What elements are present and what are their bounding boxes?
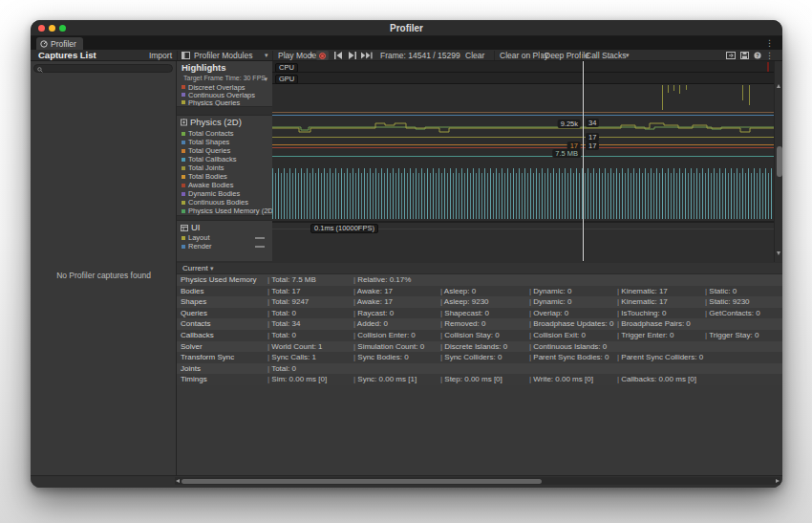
- details-cell: | Collision Enter: 0: [353, 330, 416, 341]
- captures-list-panel: No Profiler captures found: [31, 61, 177, 475]
- details-cell: | Relative: 0.17%: [353, 274, 411, 286]
- current-frame-icon[interactable]: [361, 52, 373, 59]
- legend-item-label: Total Bodies: [188, 172, 227, 181]
- tab-bar: Profiler ⋮: [31, 36, 782, 50]
- tab-label: Profiler: [51, 39, 76, 49]
- tab-profiler[interactable]: Profiler: [36, 37, 83, 50]
- details-cell: | Discrete Islands: 0: [440, 341, 507, 353]
- details-cell: | Overlap: 0: [529, 308, 568, 319]
- module-ui-header[interactable]: UI: [177, 222, 272, 233]
- legend-item[interactable]: Physics Used Memory (2D): [177, 207, 272, 215]
- chevron-down-icon[interactable]: ▾: [210, 265, 214, 272]
- profiler-chart-area[interactable]: CPU GPU 0.1ms (10000FPS): [272, 61, 774, 261]
- chart-value-badge: 9.25k: [558, 120, 581, 128]
- details-cell: | Total: 7.5 MB: [267, 274, 316, 286]
- details-cell: | Kinematic: 17: [617, 296, 668, 308]
- export-window-icon[interactable]: [726, 52, 736, 59]
- horizontal-scroll-thumb[interactable]: [182, 479, 542, 484]
- physics2d-icon: [181, 119, 187, 126]
- search-input[interactable]: [33, 64, 173, 73]
- details-cell: | IsTouching: 0: [617, 308, 666, 319]
- import-button[interactable]: Import: [143, 50, 172, 61]
- cpu-lane-label: CPU: [275, 63, 298, 73]
- help-icon[interactable]: ?: [754, 52, 761, 59]
- chart-value-badge: 17: [586, 133, 599, 142]
- legend-item[interactable]: Total Contacts: [177, 129, 272, 138]
- horizontal-scrollbar[interactable]: [175, 477, 780, 485]
- highlights-legend: Discreet OverlapsContinuous OverlapsPhys…: [177, 83, 272, 106]
- bottom-scrollbar-strip: [31, 475, 782, 488]
- details-cell: | Parent Sync Colliders: 0: [617, 352, 703, 363]
- legend-item[interactable]: Total Shapes: [177, 138, 272, 146]
- details-cell: | Dynamic: 0: [529, 296, 571, 308]
- save-icon[interactable]: [740, 52, 749, 59]
- details-cell: | Sync Bodies: 0: [353, 352, 409, 363]
- details-row-label: Contacts: [181, 318, 211, 330]
- legend-item-label: Layout: [188, 233, 210, 242]
- legend-item[interactable]: Total Bodies: [177, 172, 272, 181]
- details-cell: | Parent Sync Bodies: 0: [529, 352, 609, 363]
- legend-item-label: Total Queries: [188, 146, 230, 155]
- scroll-up-icon[interactable]: [777, 84, 780, 88]
- scroll-right-icon[interactable]: [776, 479, 780, 483]
- details-cell: | Removed: 0: [440, 318, 485, 330]
- legend-item[interactable]: Dynamic Bodies: [177, 189, 272, 198]
- window-kebab-menu-icon[interactable]: ⋮: [765, 38, 774, 48]
- profiler-modules-dropdown[interactable]: Profiler Modules: [194, 50, 252, 61]
- chevron-down-icon[interactable]: ▾: [310, 50, 313, 61]
- series-color-swatch: [182, 85, 185, 89]
- scroll-down-icon[interactable]: [777, 251, 780, 255]
- series-color-swatch: [182, 158, 185, 162]
- deep-profile-toggle[interactable]: Deep Profile: [545, 50, 589, 61]
- legend-item[interactable]: Awake Bodies: [177, 181, 272, 189]
- legend-item[interactable]: Total Callbacks: [177, 155, 272, 163]
- series-color-swatch: [182, 209, 185, 213]
- next-frame-icon[interactable]: [347, 52, 358, 59]
- series-color-swatch: [182, 192, 185, 196]
- physics2d-legend: Total ContactsTotal ShapesTotal QueriesT…: [177, 129, 272, 215]
- details-mode-dropdown[interactable]: Current: [182, 264, 208, 272]
- module-highlights-header[interactable]: Highlights: [177, 61, 272, 74]
- gpu-lane-label: GPU: [275, 75, 298, 84]
- toolbar-kebab-menu-icon[interactable]: ⋮: [765, 50, 774, 61]
- chevron-down-icon[interactable]: ▾: [626, 50, 630, 61]
- series-color-swatch: [182, 93, 185, 97]
- legend-item[interactable]: Physics Queries: [177, 98, 272, 106]
- record-button[interactable]: [316, 51, 329, 60]
- module-physics2d-header[interactable]: Physics (2D): [177, 117, 272, 128]
- series-color-swatch: [182, 184, 185, 187]
- series-color-swatch: [182, 166, 185, 170]
- chart-value-badge: 7.5 MB: [552, 149, 581, 158]
- details-cell: | Total: 0: [267, 363, 296, 375]
- clear-button[interactable]: Clear: [465, 50, 484, 61]
- module-legend-column: Highlights Target Frame Time: 30 FPS▾ Di…: [177, 61, 272, 261]
- legend-item[interactable]: Total Queries: [177, 146, 272, 155]
- chart-value-badge: 17: [586, 142, 599, 150]
- details-cell: | Awake: 17: [353, 296, 393, 308]
- contacts-series-line: [272, 117, 774, 142]
- previous-frame-icon[interactable]: [332, 52, 344, 59]
- details-cell: | Total: 17: [267, 286, 300, 297]
- playhead-line[interactable]: [583, 61, 584, 261]
- details-row-label: Queries: [181, 308, 207, 319]
- call-stacks-dropdown[interactable]: Call Stacks: [586, 50, 627, 61]
- details-row-label: Solver: [181, 341, 203, 353]
- series-mini-bar: [255, 246, 265, 248]
- details-cell: | Static: 0: [705, 286, 737, 297]
- legend-item[interactable]: Render: [177, 242, 272, 251]
- cpu-lane: CPU: [272, 61, 774, 73]
- details-mode-bar: Current ▾: [177, 263, 782, 274]
- details-row: Joints| Total: 0: [177, 363, 782, 375]
- clear-on-play-toggle[interactable]: Clear on Play: [500, 50, 548, 61]
- modules-vertical-scrollbar[interactable]: [774, 61, 782, 262]
- vertical-scroll-thumb[interactable]: [777, 146, 782, 177]
- legend-item[interactable]: Continuous Bodies: [177, 198, 272, 207]
- scroll-left-icon[interactable]: [176, 479, 180, 483]
- legend-item[interactable]: Layout: [177, 233, 272, 242]
- details-cell: | Added: 0: [353, 318, 388, 330]
- target-frame-time-dropdown[interactable]: Target Frame Time: 30 FPS▾: [177, 74, 272, 83]
- chevron-down-icon[interactable]: ▾: [265, 50, 268, 61]
- legend-item[interactable]: Total Joints: [177, 163, 272, 172]
- ui-module-icon: [181, 225, 188, 231]
- details-cell: | Total: 0: [267, 308, 296, 319]
